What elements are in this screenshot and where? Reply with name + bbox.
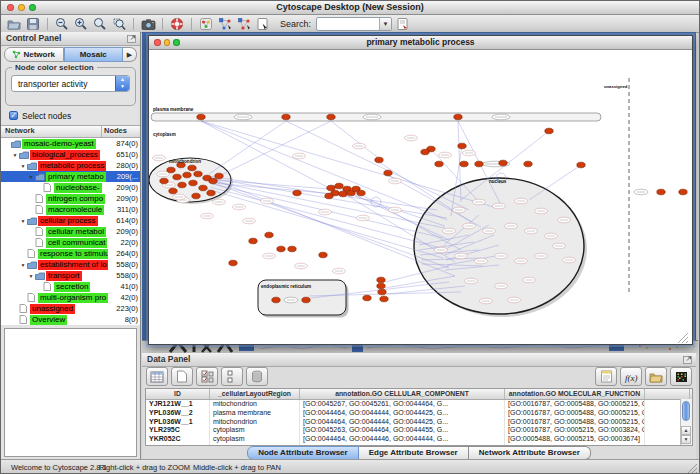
- expand-arrow-icon[interactable]: ▼: [27, 174, 35, 180]
- dropdown-stepper-icon[interactable]: ▲▼: [115, 76, 129, 91]
- svg-text:cytoplasm: cytoplasm: [153, 132, 176, 137]
- tree-item-node-count: 651(0): [115, 150, 138, 159]
- zoom-window-icon[interactable]: [29, 4, 36, 11]
- tree-item[interactable]: cell communicat22(0): [1, 237, 140, 248]
- scroll-down-icon[interactable]: ▼: [681, 435, 691, 444]
- tree-item[interactable]: ▼establishment of lo558(0): [1, 259, 140, 270]
- float-panel-icon[interactable]: [127, 34, 137, 47]
- column-header[interactable]: [645, 389, 690, 399]
- column-header[interactable]: ID: [146, 389, 210, 399]
- resize-grip-icon[interactable]: [687, 463, 698, 472]
- tree-item[interactable]: ▼transport558(0): [1, 270, 140, 281]
- tree-header-nodes[interactable]: Nodes: [101, 126, 140, 137]
- tree-item[interactable]: macromolecule311(0): [1, 204, 140, 215]
- tab-mosaic[interactable]: Mosaic: [64, 47, 124, 62]
- tree-item[interactable]: Overview8(0): [1, 314, 140, 325]
- birdseye-view[interactable]: [4, 328, 137, 457]
- apply-layout-alt-icon[interactable]: [236, 16, 252, 31]
- expand-arrow-icon[interactable]: ▼: [27, 273, 35, 279]
- create-attribute-icon[interactable]: [171, 367, 193, 386]
- tree-item[interactable]: multi-organism pro42(0): [1, 292, 140, 303]
- tab-network[interactable]: Network: [4, 47, 64, 62]
- minimize-icon[interactable]: [164, 39, 171, 46]
- tree-item[interactable]: nitrogen compo209(0): [1, 193, 140, 204]
- table-cell: cytoplasm: [210, 435, 300, 444]
- table-row[interactable]: YPL036W__2plasma membrane[GO:0044464, GO…: [146, 409, 692, 418]
- scroll-up-icon[interactable]: ▲: [681, 426, 691, 435]
- tree-item-node-count: 614(0): [115, 216, 138, 225]
- select-attributes-icon[interactable]: [196, 367, 218, 386]
- table-row[interactable]: YPL036W__1mitochondrion[GO:0044464, GO:0…: [146, 418, 692, 427]
- tree-item-node-count: 874(0): [115, 139, 138, 148]
- tree-item[interactable]: mosaic-demo-yeast874(0): [1, 138, 140, 149]
- folder-icon: [11, 140, 22, 148]
- expand-arrow-icon[interactable]: ▼: [19, 218, 27, 224]
- vizmapper-icon[interactable]: [198, 16, 214, 31]
- network-window-titlebar[interactable]: primary metabolic process: [149, 36, 692, 50]
- tab-edge-attribute-browser[interactable]: Edge Attribute Browser: [359, 446, 469, 460]
- delete-attribute-icon[interactable]: [246, 367, 268, 386]
- select-nodes-checkbox[interactable]: ✓: [9, 111, 18, 120]
- table-row[interactable]: YLR295Ccytoplasm[GO:0045263, GO:0044464,…: [146, 426, 692, 435]
- help-lifebuoy-icon[interactable]: [169, 16, 185, 31]
- attribute-columns-icon[interactable]: [221, 367, 243, 386]
- tree-item-node-count: 42(0): [119, 293, 138, 302]
- tree-item[interactable]: ▼cellular process614(0): [1, 215, 140, 226]
- data-panel-header: Data Panel: [142, 353, 696, 367]
- search-dropdown-icon[interactable]: ▼: [379, 18, 391, 30]
- apply-layout-icon[interactable]: [217, 16, 233, 31]
- tab-network-attribute-browser[interactable]: Network Attribute Browser: [469, 446, 591, 460]
- tree-item[interactable]: ▼primary metabo209(...: [1, 171, 140, 182]
- network-view-window[interactable]: primary metabolic process plasma membran…: [148, 35, 693, 345]
- close-icon[interactable]: [7, 4, 14, 11]
- column-header[interactable]: annotation.GO CELLULAR_COMPONENT: [300, 389, 505, 399]
- more-tabs-arrow-icon[interactable]: ▶: [123, 47, 137, 62]
- tree-item-label: mosaic-demo-yeast: [22, 139, 96, 149]
- expand-arrow-icon[interactable]: ▼: [19, 163, 27, 169]
- open-file-icon[interactable]: [6, 16, 22, 31]
- attribute-matrix-icon[interactable]: [670, 367, 692, 386]
- zoom-out-icon[interactable]: [54, 16, 70, 31]
- notepad-icon[interactable]: [595, 367, 617, 386]
- annotation-icon[interactable]: [255, 16, 271, 31]
- minimize-icon[interactable]: [18, 4, 25, 11]
- close-icon[interactable]: [154, 39, 161, 46]
- tree-item[interactable]: ▼metabolic process280(0): [1, 160, 140, 171]
- tree-item[interactable]: secretion41(0): [1, 281, 140, 292]
- column-header[interactable]: annotation.GO MOLECULAR_FUNCTION: [505, 389, 645, 399]
- network-file-icon: [27, 249, 38, 258]
- zoom-in-icon[interactable]: [73, 16, 89, 31]
- zoom-actual-size-icon[interactable]: [92, 16, 108, 31]
- attribute-table[interactable]: ID_cellularLayoutRegionannotation.GO CEL…: [145, 388, 693, 446]
- search-input[interactable]: ▼: [316, 17, 392, 31]
- tree-header-network[interactable]: Network: [1, 126, 101, 137]
- column-header[interactable]: _cellularLayoutRegion: [210, 389, 300, 399]
- expand-arrow-icon[interactable]: ▼: [11, 152, 19, 158]
- tree-item[interactable]: response to stimulu264(0): [1, 248, 140, 259]
- tree-item[interactable]: nucleobase-209(0): [1, 182, 140, 193]
- network-canvas[interactable]: plasma membranecytoplasmmitochondrionnuc…: [149, 50, 690, 343]
- table-cell: [GO:0044464, GO:0044444, GO:0044425, G..…: [300, 409, 505, 418]
- table-scrollbar[interactable]: ▲ ▼: [680, 399, 692, 445]
- function-builder-icon[interactable]: f(x): [620, 367, 642, 386]
- zoom-window-icon[interactable]: [173, 39, 180, 46]
- tree-item[interactable]: cellular metabol209(0): [1, 226, 140, 237]
- table-row[interactable]: YJR121W__1mitochondrion[GO:0045267, GO:0…: [146, 400, 692, 409]
- zoom-selected-region-icon[interactable]: [111, 16, 127, 31]
- save-session-icon[interactable]: [25, 16, 41, 31]
- tab-node-attribute-browser[interactable]: Node Attribute Browser: [247, 446, 359, 460]
- table-row[interactable]: YKR052Ccytoplasm[GO:0044464, GO:0044446,…: [146, 435, 692, 444]
- filter-edit-icon[interactable]: [395, 16, 411, 31]
- attribute-table-icon[interactable]: [146, 367, 168, 386]
- network-file-icon: [19, 315, 30, 324]
- node-color-dropdown[interactable]: transporter activity ▲▼: [11, 75, 130, 92]
- tree-item[interactable]: unassigned223(0): [1, 303, 140, 314]
- scrollbar-thumb[interactable]: [682, 401, 690, 421]
- app-titlebar: Cytoscape Desktop (New Session): [1, 1, 699, 15]
- network-tab-icon: [12, 50, 21, 59]
- tree-item[interactable]: ▼biological_process651(0): [1, 149, 140, 160]
- snapshot-icon[interactable]: [140, 16, 156, 31]
- import-attributes-icon[interactable]: [645, 367, 667, 386]
- control-panel-header: Control Panel: [1, 32, 140, 46]
- expand-arrow-icon[interactable]: ▼: [19, 262, 27, 268]
